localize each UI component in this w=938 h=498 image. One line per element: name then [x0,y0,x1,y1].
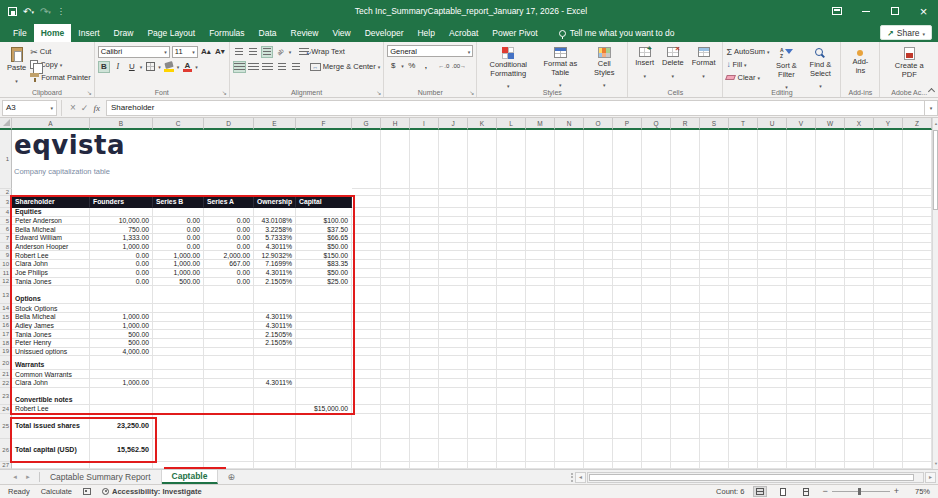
cell[interactable] [845,130,874,189]
cell[interactable]: 5.7333% [254,234,296,243]
cell[interactable] [153,356,204,370]
cell[interactable] [758,251,787,260]
cell[interactable] [903,269,932,278]
cell[interactable] [787,304,816,313]
cell[interactable] [153,462,204,469]
cell[interactable] [642,388,671,405]
cell[interactable] [468,388,497,405]
cell[interactable] [526,348,555,357]
cell[interactable] [381,330,410,339]
cell[interactable] [584,304,613,313]
cell[interactable] [671,260,700,269]
cell[interactable] [729,260,758,269]
cell[interactable] [903,217,932,226]
column-header-Q[interactable]: Q [642,118,671,130]
cell[interactable] [584,189,613,196]
cell[interactable] [12,462,90,469]
cell[interactable] [874,313,903,322]
cell[interactable] [381,234,410,243]
insert-function-icon[interactable] [93,103,100,113]
cell[interactable] [352,388,381,405]
cell[interactable] [642,189,671,196]
cell[interactable] [555,278,584,287]
cell[interactable] [584,405,613,414]
cell[interactable]: Convertible notes [12,388,90,405]
cell[interactable] [584,330,613,339]
cell[interactable] [468,405,497,414]
cell[interactable]: 2,000.00 [204,251,254,260]
column-header-W[interactable]: W [816,118,845,130]
column-header-T[interactable]: T [729,118,758,130]
cell[interactable] [555,269,584,278]
cell[interactable]: Anderson Hooper [12,243,90,252]
row-header-5[interactable]: 5 [0,217,12,226]
cell[interactable] [352,217,381,226]
cell[interactable]: 7.1699% [254,260,296,269]
cell[interactable] [613,462,642,469]
cell[interactable] [758,189,787,196]
grow-font-button[interactable]: A▴ [200,46,212,58]
cell[interactable] [903,462,932,469]
cell[interactable] [497,234,526,243]
cell[interactable] [296,313,352,322]
cell[interactable] [642,339,671,348]
row-header-19[interactable]: 19 [0,348,12,357]
cell[interactable] [584,339,613,348]
shrink-font-button[interactable]: A▾ [214,46,226,58]
cell[interactable] [555,330,584,339]
cell[interactable] [700,462,729,469]
cell[interactable] [671,405,700,414]
cell[interactable] [584,217,613,226]
cell[interactable] [381,348,410,357]
cell[interactable]: 1,000.00 [90,322,153,331]
horizontal-scroll-track[interactable] [587,472,924,483]
cell[interactable] [352,260,381,269]
cell[interactable] [874,208,903,217]
cell[interactable] [352,339,381,348]
cell[interactable] [642,439,671,462]
cell[interactable] [874,269,903,278]
cell[interactable] [642,405,671,414]
cell[interactable] [787,208,816,217]
cell[interactable] [352,313,381,322]
cell[interactable] [758,322,787,331]
cell[interactable] [845,348,874,357]
cell[interactable] [671,130,700,189]
menu-tab-page-layout[interactable]: Page Layout [140,24,202,42]
cell[interactable] [584,208,613,217]
cell[interactable] [153,405,204,414]
cell[interactable] [729,322,758,331]
cell[interactable] [758,405,787,414]
cell[interactable] [729,269,758,278]
cell[interactable] [845,208,874,217]
cell[interactable] [439,439,468,462]
redo-button[interactable] [40,6,51,17]
cell[interactable] [816,339,845,348]
cell[interactable]: 500.00 [90,330,153,339]
cell[interactable] [816,189,845,196]
cell[interactable] [642,225,671,234]
cell[interactable] [555,370,584,379]
cell[interactable] [758,196,787,208]
cell[interactable] [671,370,700,379]
cell[interactable] [352,414,381,439]
cell[interactable] [787,313,816,322]
cell[interactable] [439,269,468,278]
cell[interactable] [642,196,671,208]
cell[interactable] [410,462,439,469]
cell[interactable] [671,439,700,462]
wrap-text-button[interactable]: Wrap Text [299,45,345,58]
cell[interactable] [439,304,468,313]
cell[interactable] [468,251,497,260]
cell[interactable] [845,379,874,388]
table-header-series-a[interactable]: Series A [204,196,254,208]
column-header-V[interactable]: V [787,118,816,130]
cell[interactable] [874,189,903,196]
cell[interactable] [845,339,874,348]
insert-cells-button[interactable]: Insert [631,45,658,82]
cell[interactable]: Bella Micheal [12,225,90,234]
column-header-X[interactable]: X [845,118,874,130]
cell[interactable] [787,243,816,252]
cell[interactable] [352,278,381,287]
row-header-11[interactable]: 11 [0,269,12,278]
